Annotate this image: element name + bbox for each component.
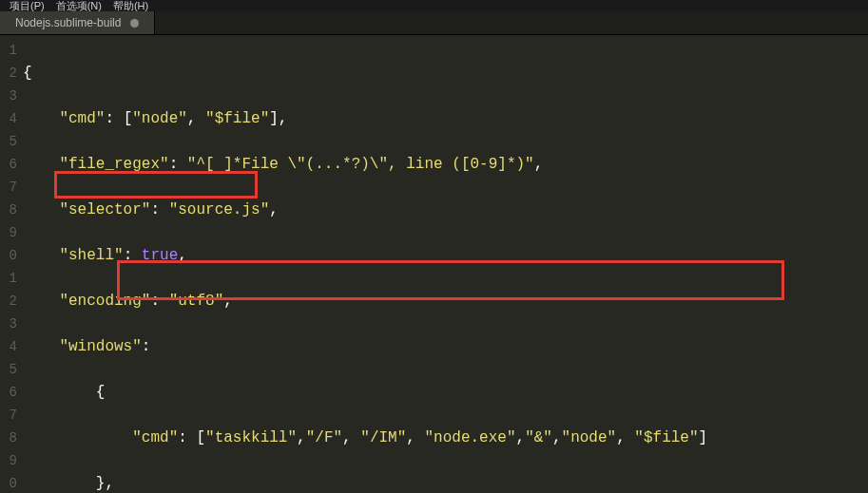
tab-bar: Nodejs.sublime-build (0, 11, 868, 35)
ln: 3 (0, 313, 23, 335)
dirty-dot-icon (130, 19, 139, 28)
tab-label: Nodejs.sublime-build (15, 16, 121, 29)
ln: 6 (0, 153, 23, 176)
ln: 6 (0, 381, 23, 404)
ln: 1 (0, 39, 23, 62)
ln: 9 (0, 449, 23, 472)
ln: 7 (0, 176, 23, 199)
menu-project[interactable]: 项目(P) (10, 0, 45, 11)
ln: 0 (0, 244, 23, 267)
menu-preferences[interactable]: 首选项(N) (56, 0, 102, 11)
ln: 0 (0, 472, 23, 493)
ln: 7 (0, 404, 23, 427)
tab-nodejs-build[interactable]: Nodejs.sublime-build (0, 11, 155, 34)
ln: 3 (0, 85, 23, 107)
ln: 5 (0, 358, 23, 381)
ln: 9 (0, 221, 23, 244)
ln: 2 (0, 290, 23, 313)
line-number-gutter: 1 2 3 4 5 6 7 8 9 0 1 2 3 4 5 6 7 8 9 0 (0, 35, 23, 493)
menubar[interactable]: 项目(P) 首选项(N) 帮助(H) (0, 0, 868, 11)
ln: 4 (0, 335, 23, 358)
ln: 2 (0, 62, 23, 85)
code-editor[interactable]: { "cmd": ["node", "$file"], "file_regex"… (23, 35, 868, 493)
ln: 5 (0, 130, 23, 153)
menu-help[interactable]: 帮助(H) (113, 0, 148, 11)
ln: 1 (0, 267, 23, 290)
ln: 8 (0, 427, 23, 449)
ln: 8 (0, 199, 23, 221)
ln: 4 (0, 107, 23, 130)
